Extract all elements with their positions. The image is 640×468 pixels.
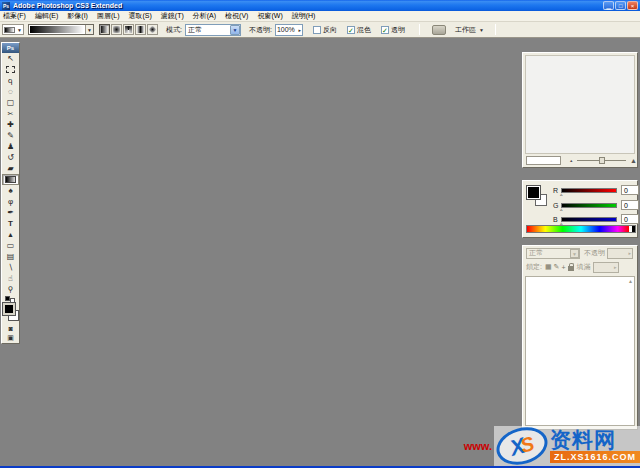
- history-brush-icon: ↺: [7, 153, 14, 162]
- minimize-button[interactable]: ▁: [603, 1, 614, 10]
- menu-layer[interactable]: 圖層(L): [97, 11, 120, 21]
- zoom-out-icon[interactable]: ▲: [569, 158, 573, 163]
- spot-healing-brush-tool[interactable]: ✚: [2, 119, 19, 130]
- dodge-tool[interactable]: φ: [2, 196, 19, 207]
- navigator-preview: [525, 55, 635, 154]
- foreground-color-swatch[interactable]: [3, 303, 15, 315]
- restore-button[interactable]: □: [615, 1, 626, 10]
- lock-all-icon[interactable]: [568, 266, 574, 271]
- slider-arrow-icon[interactable]: ▸: [298, 27, 301, 33]
- layer-opacity-field[interactable]: ▸: [607, 248, 633, 259]
- type-tool[interactable]: T: [2, 218, 19, 229]
- eyedropper-tool[interactable]: ∖: [2, 262, 19, 273]
- gradient-picker[interactable]: ▼: [28, 24, 94, 35]
- zoom-in-icon[interactable]: ▲: [630, 157, 637, 164]
- notes-tool[interactable]: ▤: [2, 251, 19, 262]
- navigator-zoom-slider[interactable]: [577, 156, 626, 165]
- dither-checkbox[interactable]: ✓: [347, 26, 355, 34]
- brush-tool[interactable]: ✎: [2, 130, 19, 141]
- red-slider[interactable]: ▵: [561, 188, 617, 193]
- lock-pixels-icon[interactable]: ✎: [554, 263, 560, 271]
- gradient-dropdown-arrow-icon[interactable]: ▼: [85, 25, 93, 34]
- history-brush-tool[interactable]: ↺: [2, 152, 19, 163]
- slider-thumb-icon[interactable]: ▵: [560, 191, 563, 197]
- layer-fill-field[interactable]: ▸: [593, 262, 619, 273]
- layer-blend-mode-value: 正常: [529, 248, 543, 258]
- pen-tool[interactable]: ✒: [2, 207, 19, 218]
- rectangular-marquee-tool[interactable]: [2, 64, 19, 75]
- quick-mask-button[interactable]: ◙: [2, 323, 19, 333]
- zoom-tool[interactable]: ⚲: [2, 284, 19, 295]
- screen-mode-button[interactable]: ▣: [2, 333, 19, 343]
- blur-tool[interactable]: ♠: [2, 185, 19, 196]
- transparency-checkbox[interactable]: ✓: [381, 26, 389, 34]
- eraser-tool[interactable]: ▰: [2, 163, 19, 174]
- layers-panel: 正常 ▼ 不透明 ▸ 鎖定: ▦ ✎ + 填滿 ▸ ▲: [522, 245, 638, 430]
- tool-preset-picker[interactable]: ▼: [2, 24, 24, 35]
- default-colors-button[interactable]: [2, 295, 19, 303]
- layer-blend-mode-select[interactable]: 正常 ▼: [526, 248, 580, 259]
- foreground-color-swatch[interactable]: [527, 186, 540, 199]
- slider-thumb[interactable]: [599, 157, 605, 164]
- hand-tool[interactable]: ☝: [2, 273, 19, 284]
- watermark-www-text: www.: [464, 440, 492, 452]
- layers-list[interactable]: ▲: [525, 276, 635, 426]
- shape-tool[interactable]: ▭: [2, 240, 19, 251]
- menu-image[interactable]: 影像(I): [67, 11, 88, 21]
- color-panel-swatches: [527, 186, 549, 208]
- menu-file[interactable]: 檔案(F): [3, 11, 26, 21]
- menu-analysis[interactable]: 分析(A): [193, 11, 216, 21]
- path-selection-tool[interactable]: ▲: [2, 229, 19, 240]
- lock-position-icon[interactable]: +: [561, 264, 565, 271]
- menu-filter[interactable]: 濾鏡(T): [161, 11, 184, 21]
- slice-tool[interactable]: ✂: [2, 108, 19, 119]
- color-spectrum-ramp[interactable]: [526, 225, 636, 233]
- gradient-tool[interactable]: [2, 174, 19, 185]
- workspace-button[interactable]: 工作區 ▼: [452, 24, 487, 36]
- pen-icon: ✒: [7, 208, 14, 217]
- scroll-up-icon[interactable]: ▲: [628, 278, 633, 284]
- green-slider[interactable]: ▵: [561, 203, 617, 208]
- navigator-zoom-field[interactable]: [526, 156, 561, 165]
- red-value-field[interactable]: 0: [621, 185, 639, 195]
- linear-gradient-button[interactable]: [99, 24, 110, 35]
- slider-thumb-icon[interactable]: ▵: [560, 206, 563, 212]
- blend-mode-select[interactable]: 正常 ▼: [185, 24, 241, 36]
- move-tool[interactable]: ↖: [2, 53, 19, 64]
- opacity-field[interactable]: 100% ▸: [275, 24, 303, 36]
- watermark-card: X S 资料网 ZL.XS1616.COM: [494, 426, 640, 466]
- color-panel: R ▵ 0 G ▵ 0 B ▵ 0: [522, 180, 638, 238]
- menu-window[interactable]: 視窗(W): [257, 11, 282, 21]
- slice-icon: ✂: [8, 109, 14, 118]
- path-selection-icon: ▲: [7, 230, 14, 239]
- blue-value-field[interactable]: 0: [621, 214, 639, 224]
- radial-gradient-button[interactable]: [111, 24, 122, 35]
- menu-view[interactable]: 檢視(V): [225, 11, 248, 21]
- watermark-site-name: 资料网: [550, 429, 640, 451]
- quick-selection-tool[interactable]: ◌: [2, 86, 19, 97]
- gradient-type-buttons: [99, 24, 158, 35]
- close-button[interactable]: ×: [627, 1, 638, 10]
- menu-edit[interactable]: 編輯(E): [35, 11, 58, 21]
- clone-stamp-tool[interactable]: ♟: [2, 141, 19, 152]
- lasso-tool[interactable]: ρ: [2, 75, 19, 86]
- blue-slider[interactable]: ▵: [561, 217, 617, 222]
- hand-icon: ☝: [8, 274, 13, 283]
- menu-select[interactable]: 選取(S): [128, 11, 151, 21]
- title-bar: Ps Adobe Photoshop CS3 Extended ▁ □ ×: [0, 0, 640, 11]
- diamond-gradient-icon: [149, 26, 157, 34]
- healing-brush-icon: ✚: [7, 120, 14, 129]
- angle-gradient-button[interactable]: [123, 24, 134, 35]
- lock-label: 鎖定:: [526, 262, 542, 272]
- green-value-field[interactable]: 0: [621, 200, 639, 210]
- menu-help[interactable]: 說明(H): [292, 11, 316, 21]
- reverse-checkbox[interactable]: [313, 26, 321, 34]
- reflected-gradient-button[interactable]: [135, 24, 146, 35]
- reflected-gradient-icon: [137, 26, 144, 33]
- lock-transparency-icon[interactable]: ▦: [545, 263, 552, 271]
- diamond-gradient-button[interactable]: [147, 24, 158, 35]
- mode-label: 模式:: [166, 25, 182, 35]
- crop-tool[interactable]: ▢: [2, 97, 19, 108]
- canvas-area: Ps ↖ ρ ◌ ▢ ✂ ✚ ✎ ♟ ↺ ▰ ♠ φ ✒ T ▲ ▭ ▤ ∖ ☝…: [0, 38, 640, 466]
- bridge-icon[interactable]: [432, 25, 446, 35]
